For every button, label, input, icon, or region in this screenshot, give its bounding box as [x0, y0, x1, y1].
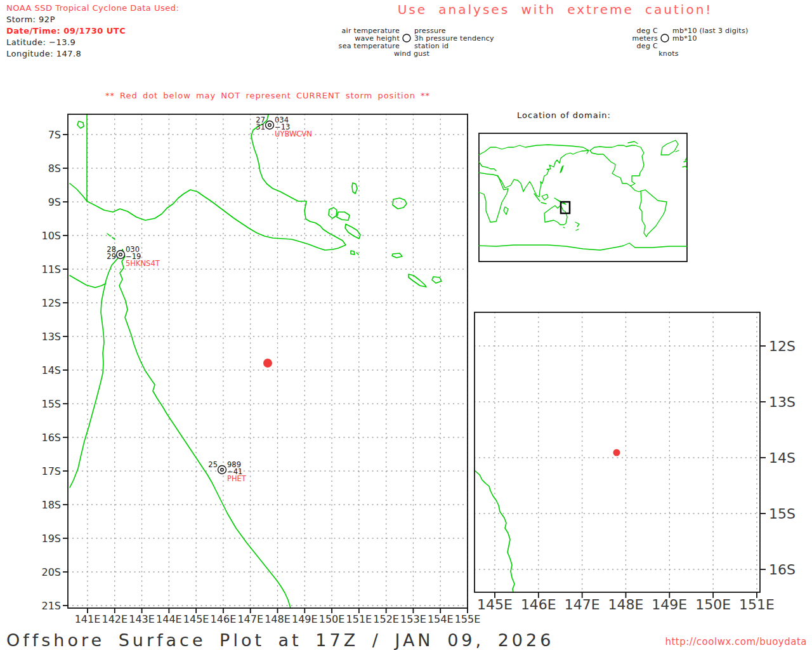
world-japan — [560, 166, 563, 173]
station-plots: 2703431−13UYBWCVN2803029−195HKNS4T25989−… — [107, 116, 311, 483]
world-africa — [479, 173, 508, 222]
x-axis-label: 151E — [346, 613, 372, 625]
source-url: http://coolwx.com/buoydata — [665, 636, 807, 647]
station-plot-UYBWCVN: 2703431−13UYBWCVN — [256, 116, 311, 138]
x-axis-label: 146E — [521, 597, 556, 613]
legend-unit-degc-sea: deg C — [637, 42, 658, 50]
station-circle-icon — [117, 251, 125, 259]
world-coastlines — [479, 140, 687, 250]
bougainville-island — [393, 198, 407, 209]
world-arctic-islands — [628, 142, 638, 143]
y-axis-label: 13S — [41, 331, 61, 343]
y-axis-label: 17S — [41, 465, 61, 477]
y-axis-label: 14S — [41, 364, 61, 376]
x-axis-label: 148E — [265, 613, 291, 625]
world-borneo — [542, 194, 548, 200]
cape-york-west-coast — [70, 249, 122, 488]
y-axis-label: 15S — [41, 398, 61, 410]
legend-sea-temperature: sea temperature — [339, 42, 400, 50]
x-axis-label: 150E — [319, 613, 345, 625]
world-new-zealand — [575, 222, 579, 230]
queensland-east-coast — [119, 249, 291, 608]
world-north-america — [590, 145, 644, 186]
station-circle-icon — [266, 121, 274, 129]
legend-station-circle-icon — [403, 34, 410, 42]
world-antarctica — [479, 243, 687, 250]
y-axis-label: 8S — [48, 162, 61, 175]
offshore-surface-plot-page: NOAA SSD Tropical Cyclone Data Used: Sto… — [0, 0, 812, 650]
y-axis-label: 7S — [48, 129, 61, 141]
station-wave-height: 29 — [107, 252, 116, 261]
x-axis-label: 144E — [156, 613, 182, 625]
y-axis-label: 19S — [41, 533, 61, 545]
x-axis-label: 149E — [292, 613, 318, 625]
world-south-america — [639, 190, 667, 237]
legend-unit-knots: knots — [658, 50, 679, 58]
x-axis-label: 152E — [373, 613, 399, 625]
storm-id-line: Storm: 92P — [6, 15, 55, 24]
world-eurasia — [479, 145, 589, 197]
y-axis-label: 16S — [769, 562, 796, 578]
inset-title: Location of domain: — [517, 110, 611, 120]
small-round-island — [432, 277, 442, 283]
x-axis-label: 150E — [695, 597, 731, 613]
storm-latitude-line: Latitude: −13.9 — [6, 37, 75, 47]
world-iceland — [676, 150, 679, 152]
caution-headline: Use analyses with extreme caution! — [398, 2, 713, 17]
station-id-label: 5HKNS4T — [126, 259, 160, 268]
y-axis-label: 13S — [769, 394, 796, 410]
x-axis-label: 155E — [455, 613, 481, 625]
station-id-label: PHET — [227, 474, 247, 483]
zoom-map-axis-ticks: 145E146E147E148E149E150E151E12S13S14S15S… — [477, 338, 796, 613]
x-axis-label: 149E — [652, 597, 687, 613]
torres-strait-islets — [107, 234, 115, 239]
x-axis-label: 145E — [183, 613, 209, 625]
y-axis-label: 11S — [41, 263, 61, 275]
world-inset: Location of domain: — [479, 110, 687, 262]
y-axis-label: 10S — [41, 230, 61, 242]
zoom-storm-position-dot — [613, 449, 620, 456]
world-greenland — [661, 140, 678, 155]
new-britain-tail — [345, 224, 360, 239]
y-axis-label: 12S — [769, 338, 796, 354]
zoom-map: 145E146E147E148E149E150E151E12S13S14S15S… — [475, 312, 796, 613]
louisiade-island — [409, 274, 426, 287]
small-island-d — [392, 253, 402, 258]
top-left-islet — [77, 121, 84, 128]
y-axis-label: 9S — [48, 196, 61, 208]
station-circle-icon — [218, 466, 226, 474]
x-axis-label: 153E — [400, 613, 426, 625]
x-axis-label: 141E — [75, 613, 101, 625]
y-axis-label: 16S — [41, 432, 61, 444]
world-madagascar — [504, 207, 508, 215]
x-axis-label: 147E — [237, 613, 263, 625]
storm-longitude-line: Longitude: 147.8 — [6, 49, 81, 58]
legend-units-station-circle-icon — [661, 34, 669, 42]
inset-border — [479, 133, 687, 262]
x-axis-label: 143E — [129, 613, 155, 625]
noaa-source-line: NOAA SSD Tropical Cyclone Data Used: — [6, 3, 179, 13]
world-australia — [544, 205, 567, 225]
storm-position-dot — [263, 359, 272, 368]
legend-wind-gust: wind gust — [394, 50, 430, 58]
world-tasmania — [563, 227, 565, 228]
small-islands-southeast-1 — [351, 251, 358, 255]
world-europe-right-edge — [683, 158, 687, 169]
station-id-label: UYBWCVN — [275, 129, 312, 138]
plot-title: Offshore Surface Plot at 17Z / JAN 09, 2… — [6, 630, 554, 650]
y-axis-label: 18S — [41, 499, 61, 511]
x-axis-label: 147E — [565, 597, 600, 613]
x-axis-label: 148E — [608, 597, 644, 613]
x-axis-label: 154E — [428, 613, 454, 625]
plot-canvas: NOAA SSD Tropical Cyclone Data Used: Sto… — [0, 0, 812, 650]
world-central-america — [631, 186, 641, 192]
storm-datetime-line: Date/Time: 09/1730 UTC — [6, 26, 126, 36]
station-air-temperature: 25 — [208, 460, 218, 469]
y-axis-label: 20S — [41, 566, 61, 578]
y-axis-label: 12S — [41, 297, 61, 309]
new-britain-island — [337, 212, 350, 220]
station-plot-PHET: 25989−41PHET — [208, 460, 246, 483]
station-legend-labels: air temperature pressure wave height 3h … — [339, 27, 494, 58]
x-axis-label: 151E — [739, 597, 775, 613]
island-oval-east-png — [329, 208, 337, 218]
